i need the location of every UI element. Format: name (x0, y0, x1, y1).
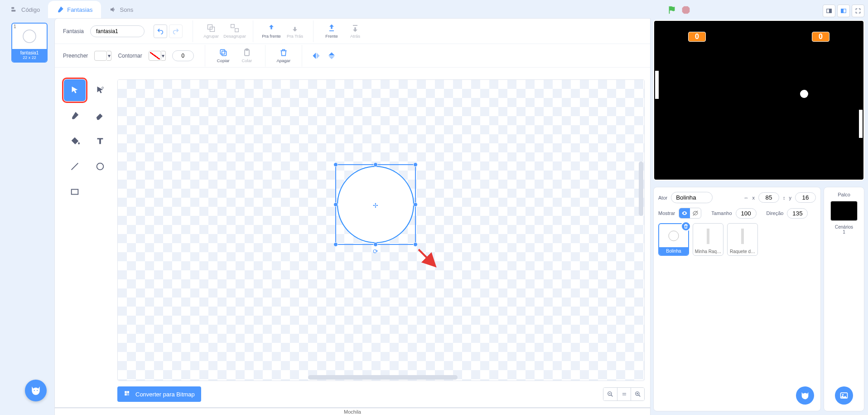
zoom-reset-button[interactable] (617, 388, 631, 400)
brush-tool[interactable] (64, 105, 86, 127)
delete-sprite-button[interactable] (681, 221, 691, 231)
outline-width-input[interactable] (172, 50, 194, 61)
large-stage-button[interactable] (837, 5, 850, 17)
flip-vertical-button[interactable] (324, 51, 339, 60)
resize-handle-se[interactable] (413, 242, 418, 247)
outline-label: Contornar (118, 53, 142, 59)
show-label: Mostrar (658, 210, 675, 216)
costume-index: 1 (14, 24, 16, 29)
svg-marker-2 (682, 6, 690, 14)
visibility-toggle[interactable] (679, 208, 701, 219)
zoom-in-button[interactable] (631, 388, 644, 400)
eraser-tool[interactable] (89, 105, 111, 127)
fill-swatch[interactable]: ▾ (94, 51, 111, 61)
costume-thumbnail[interactable]: 1 fantasia1 22 x 22 (11, 23, 48, 63)
circle-tool[interactable] (89, 156, 111, 177)
sprite-size-input[interactable] (736, 208, 757, 219)
svg-rect-21 (125, 391, 127, 393)
canvas-horizontal-scrollbar[interactable] (308, 375, 458, 380)
resize-handle-sw[interactable] (333, 242, 338, 247)
score-right: 0 (812, 32, 829, 42)
svg-rect-23 (125, 394, 127, 396)
selection-box[interactable]: ✢ ⟳ (335, 164, 416, 245)
flip-horizontal-button[interactable] (309, 51, 324, 60)
sprite-list: Bolinha Minha Raq… Raquete d… (658, 223, 816, 256)
text-tool[interactable] (89, 130, 111, 152)
redo-button[interactable] (169, 24, 183, 38)
paint-canvas[interactable]: ✢ ⟳ (117, 79, 645, 381)
delete-button[interactable]: Apagar (272, 48, 295, 63)
ator-label: Ator (658, 195, 667, 200)
select-tool[interactable] (64, 79, 86, 101)
sprite-item-minha-raquete[interactable]: Minha Raq… (693, 223, 723, 256)
tab-code-label: Código (21, 6, 40, 13)
cat-icon (800, 391, 810, 400)
paste-button[interactable]: Colar (235, 48, 259, 63)
sprite-item-bolinha[interactable]: Bolinha (658, 223, 689, 256)
sprite-panel: Ator ↔ x ↕ y Mostrar Tamanho Direção Bol… (653, 187, 821, 411)
cat-icon (30, 385, 42, 396)
backward-button[interactable]: Pra Trás (283, 24, 307, 39)
costume-name-input[interactable] (90, 25, 145, 37)
reshape-tool[interactable] (89, 79, 111, 101)
show-on-icon (679, 208, 690, 218)
svg-point-16 (102, 87, 104, 89)
fill-tool[interactable] (64, 130, 86, 152)
convert-bitmap-button[interactable]: Converter para Bitmap (117, 386, 201, 402)
costume-preview (12, 24, 47, 49)
cenarios-label: Cenários (824, 225, 864, 229)
add-costume-button[interactable] (25, 380, 47, 401)
svg-point-7 (23, 30, 36, 43)
resize-handle-nw[interactable] (333, 162, 338, 167)
svg-point-18 (97, 163, 104, 170)
canvas-vertical-scrollbar[interactable] (639, 161, 643, 216)
svg-rect-12 (222, 51, 226, 56)
stage-thumbnail[interactable] (830, 201, 858, 221)
svg-line-26 (611, 395, 613, 397)
stage[interactable]: 0 0 (653, 20, 864, 181)
resize-handle-s[interactable] (373, 242, 378, 247)
sprite-x-input[interactable] (758, 192, 779, 203)
tab-sounds[interactable]: Sons (101, 1, 142, 18)
sprite-y-input[interactable] (795, 192, 816, 203)
outline-swatch[interactable]: ▾ (149, 51, 166, 61)
tab-code[interactable]: Código (2, 1, 48, 18)
copy-button[interactable]: Copiar (212, 48, 235, 63)
zoom-out-button[interactable] (603, 388, 617, 400)
fullscreen-button[interactable] (852, 5, 864, 17)
add-backdrop-button[interactable] (835, 386, 853, 405)
forward-button[interactable]: Pra frente (260, 24, 283, 39)
ungroup-button[interactable]: Desagrupar (223, 24, 246, 39)
resize-handle-e[interactable] (413, 202, 418, 207)
tab-sounds-label: Sons (120, 6, 134, 13)
paddle-right (859, 110, 863, 138)
tool-palette (64, 79, 111, 203)
add-sprite-button[interactable] (796, 386, 814, 405)
sprite-dir-input[interactable] (787, 208, 808, 219)
resize-handle-n[interactable] (373, 162, 378, 167)
small-stage-button[interactable] (823, 5, 835, 17)
stage-panel: Palco Cenários 1 (824, 187, 864, 411)
fill-label: Preencher (63, 53, 88, 59)
front-button[interactable]: Frente (320, 24, 343, 39)
rotate-handle[interactable]: ⟳ (373, 248, 378, 255)
rect-tool[interactable] (64, 181, 86, 203)
tab-costumes[interactable]: Fantasias (48, 1, 101, 18)
stop-icon[interactable] (681, 5, 690, 15)
svg-rect-19 (72, 190, 78, 195)
svg-rect-0 (11, 7, 14, 9)
backpack-bar[interactable]: Mochila (54, 408, 651, 415)
back-button[interactable]: Atrás (343, 24, 367, 39)
brush-icon (56, 5, 64, 14)
svg-point-37 (842, 394, 844, 395)
resize-handle-ne[interactable] (413, 162, 418, 167)
sprite-item-raquete-d[interactable]: Raquete d… (727, 223, 758, 256)
resize-handle-w[interactable] (333, 202, 338, 207)
svg-rect-22 (127, 391, 130, 393)
line-tool[interactable] (64, 156, 86, 177)
green-flag-icon[interactable] (667, 5, 677, 15)
run-controls (667, 5, 690, 15)
sprite-name-input[interactable] (671, 192, 713, 203)
group-button[interactable]: Agrupar (199, 24, 223, 39)
undo-button[interactable] (154, 24, 167, 38)
